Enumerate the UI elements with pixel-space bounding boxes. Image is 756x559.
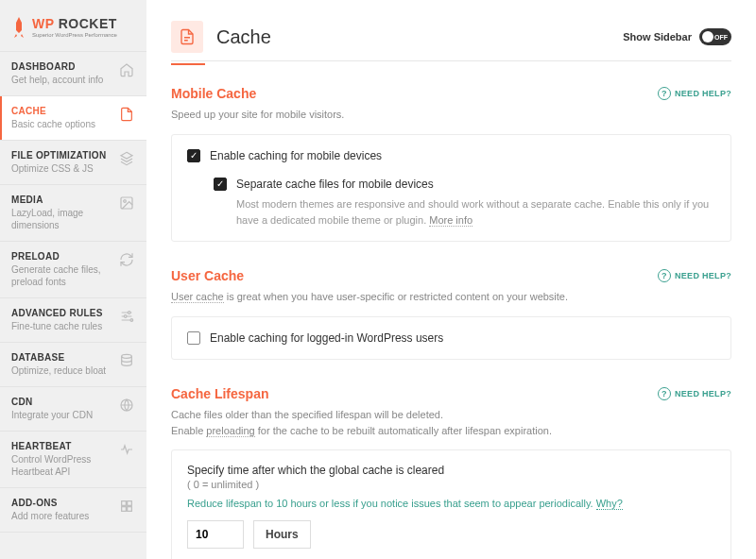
nav-heartbeat[interactable]: HEARTBEATControl WordPress Heartbeat API [0,431,146,487]
page-title: Cache [216,26,610,48]
why-link[interactable]: Why? [596,498,623,510]
help-icon: ? [658,387,671,400]
brand-logo: WP ROCKET Superior WordPress Performance [0,0,146,51]
checkbox-label: Separate cache files for mobile devices [236,177,715,193]
checkbox-mobile-cache[interactable] [187,149,200,162]
help-icon: ? [658,87,671,100]
globe-icon [118,397,135,414]
help-link[interactable]: ?NEED HELP? [658,269,731,282]
svg-rect-9 [122,507,127,512]
preloading-link[interactable]: preloading [206,425,254,437]
help-link[interactable]: ?NEED HELP? [658,387,731,400]
database-icon [118,352,135,369]
checkbox-label: Enable caching for mobile devices [210,148,382,164]
rocket-icon [11,17,26,38]
svg-rect-7 [122,501,127,506]
nav-media[interactable]: MEDIALazyLoad, image dimensions [0,184,146,241]
svg-point-2 [128,312,130,314]
section-title: Mobile Cache [171,86,256,101]
page-icon-file-icon [171,21,203,53]
nav-file-optimization[interactable]: FILE OPTIMIZATIONOptimize CSS & JS [0,140,146,184]
checkbox-user-cache[interactable] [187,331,200,345]
nav-advanced-rules[interactable]: ADVANCED RULESFine-tune cache rules [0,297,146,342]
lifespan-unit-select[interactable]: Hours [253,520,311,549]
section-title: User Cache [171,268,244,283]
help-icon: ? [658,269,671,282]
svg-point-3 [124,315,127,318]
puzzle-icon [118,498,135,515]
nav-title: DASHBOARD [11,61,112,72]
layers-icon [118,150,135,167]
nav-preload[interactable]: PRELOADGenerate cache files, preload fon… [0,241,146,297]
nav-cache[interactable]: CACHEBasic cache options [0,95,146,140]
svg-rect-10 [128,507,132,512]
section-title: Cache Lifespan [171,386,268,401]
svg-rect-8 [128,501,132,506]
nav-dashboard[interactable]: DASHBOARDGet help, account info [0,51,146,95]
sliders-icon [118,308,135,325]
home-icon [118,61,135,78]
refresh-icon [118,251,135,268]
svg-point-5 [122,354,132,358]
heartbeat-icon [118,441,135,458]
lifespan-input[interactable] [187,520,244,549]
section-user-cache: User Cache ?NEED HELP? User cache is gre… [171,268,731,360]
nav-database[interactable]: DATABASEOptimize, reduce bloat [0,342,146,386]
user-cache-link[interactable]: User cache [171,291,224,303]
toggle-switch[interactable]: OFF [699,28,731,45]
help-link[interactable]: ?NEED HELP? [658,87,731,100]
section-cache-lifespan: Cache Lifespan ?NEED HELP? Cache files o… [171,386,731,559]
nav-addons[interactable]: ADD-ONSAdd more features [0,487,146,533]
show-sidebar-toggle[interactable]: Show Sidebar OFF [623,28,731,45]
nav-cdn[interactable]: CDNIntegrate your CDN [0,386,146,431]
checkbox-label: Enable caching for logged-in WordPress u… [210,330,443,347]
checkbox-separate-cache[interactable] [214,178,227,191]
main-panel: Cache Show Sidebar OFF Mobile Cache ?NEE… [146,0,756,559]
svg-point-1 [124,200,127,203]
image-icon [118,195,135,212]
more-info-link[interactable]: More info [429,214,472,227]
file-icon [118,106,135,123]
section-mobile-cache: Mobile Cache ?NEED HELP? Speed up your s… [171,86,731,242]
sidebar: WP ROCKET Superior WordPress Performance… [0,0,146,559]
